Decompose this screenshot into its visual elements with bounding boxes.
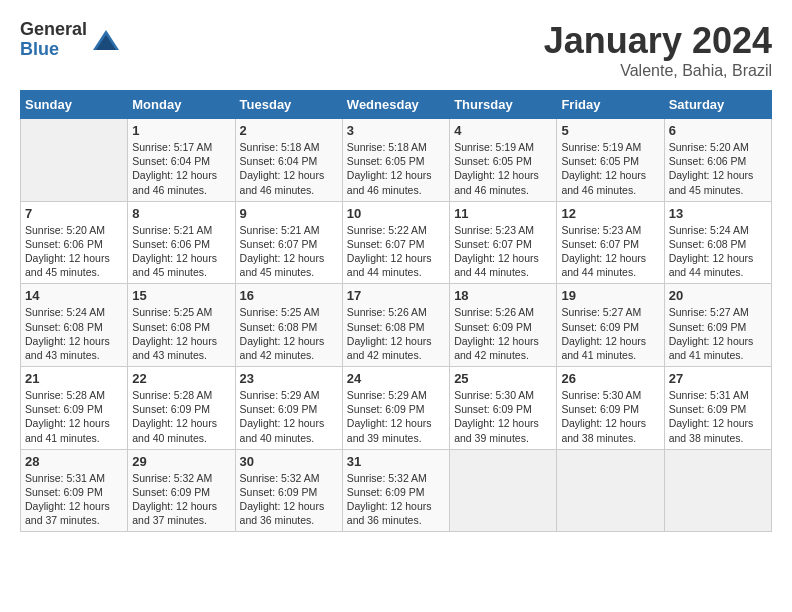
day-number: 21 — [25, 371, 123, 386]
day-info: Sunrise: 5:23 AMSunset: 6:07 PMDaylight:… — [561, 223, 659, 280]
logo-general: General — [20, 20, 87, 40]
day-info: Sunrise: 5:29 AMSunset: 6:09 PMDaylight:… — [240, 388, 338, 445]
day-info: Sunrise: 5:27 AMSunset: 6:09 PMDaylight:… — [669, 305, 767, 362]
calendar-week-row: 7Sunrise: 5:20 AMSunset: 6:06 PMDaylight… — [21, 201, 772, 284]
calendar-cell: 22Sunrise: 5:28 AMSunset: 6:09 PMDayligh… — [128, 367, 235, 450]
day-number: 12 — [561, 206, 659, 221]
day-number: 3 — [347, 123, 445, 138]
calendar-cell: 18Sunrise: 5:26 AMSunset: 6:09 PMDayligh… — [450, 284, 557, 367]
header-day: Tuesday — [235, 91, 342, 119]
day-info: Sunrise: 5:18 AMSunset: 6:05 PMDaylight:… — [347, 140, 445, 197]
calendar-week-row: 28Sunrise: 5:31 AMSunset: 6:09 PMDayligh… — [21, 449, 772, 532]
day-info: Sunrise: 5:30 AMSunset: 6:09 PMDaylight:… — [454, 388, 552, 445]
day-info: Sunrise: 5:31 AMSunset: 6:09 PMDaylight:… — [25, 471, 123, 528]
calendar-cell: 17Sunrise: 5:26 AMSunset: 6:08 PMDayligh… — [342, 284, 449, 367]
day-number: 17 — [347, 288, 445, 303]
day-number: 2 — [240, 123, 338, 138]
day-info: Sunrise: 5:21 AMSunset: 6:07 PMDaylight:… — [240, 223, 338, 280]
header-day: Thursday — [450, 91, 557, 119]
day-info: Sunrise: 5:26 AMSunset: 6:08 PMDaylight:… — [347, 305, 445, 362]
calendar-cell: 16Sunrise: 5:25 AMSunset: 6:08 PMDayligh… — [235, 284, 342, 367]
day-number: 22 — [132, 371, 230, 386]
day-info: Sunrise: 5:28 AMSunset: 6:09 PMDaylight:… — [132, 388, 230, 445]
calendar-table: SundayMondayTuesdayWednesdayThursdayFrid… — [20, 90, 772, 532]
calendar-cell: 19Sunrise: 5:27 AMSunset: 6:09 PMDayligh… — [557, 284, 664, 367]
day-number: 4 — [454, 123, 552, 138]
calendar-cell: 6Sunrise: 5:20 AMSunset: 6:06 PMDaylight… — [664, 119, 771, 202]
day-number: 30 — [240, 454, 338, 469]
day-number: 11 — [454, 206, 552, 221]
day-number: 18 — [454, 288, 552, 303]
calendar-cell: 13Sunrise: 5:24 AMSunset: 6:08 PMDayligh… — [664, 201, 771, 284]
calendar-cell: 27Sunrise: 5:31 AMSunset: 6:09 PMDayligh… — [664, 367, 771, 450]
calendar-cell: 14Sunrise: 5:24 AMSunset: 6:08 PMDayligh… — [21, 284, 128, 367]
title-section: January 2024 Valente, Bahia, Brazil — [544, 20, 772, 80]
calendar-cell: 11Sunrise: 5:23 AMSunset: 6:07 PMDayligh… — [450, 201, 557, 284]
day-number: 13 — [669, 206, 767, 221]
calendar-cell — [21, 119, 128, 202]
calendar-week-row: 1Sunrise: 5:17 AMSunset: 6:04 PMDaylight… — [21, 119, 772, 202]
day-info: Sunrise: 5:18 AMSunset: 6:04 PMDaylight:… — [240, 140, 338, 197]
page-header: General Blue January 2024 Valente, Bahia… — [20, 20, 772, 80]
calendar-cell: 1Sunrise: 5:17 AMSunset: 6:04 PMDaylight… — [128, 119, 235, 202]
day-number: 5 — [561, 123, 659, 138]
calendar-cell: 9Sunrise: 5:21 AMSunset: 6:07 PMDaylight… — [235, 201, 342, 284]
calendar-cell: 30Sunrise: 5:32 AMSunset: 6:09 PMDayligh… — [235, 449, 342, 532]
day-number: 26 — [561, 371, 659, 386]
day-info: Sunrise: 5:27 AMSunset: 6:09 PMDaylight:… — [561, 305, 659, 362]
day-info: Sunrise: 5:20 AMSunset: 6:06 PMDaylight:… — [25, 223, 123, 280]
calendar-cell: 7Sunrise: 5:20 AMSunset: 6:06 PMDaylight… — [21, 201, 128, 284]
logo-icon — [91, 25, 121, 55]
calendar-cell: 2Sunrise: 5:18 AMSunset: 6:04 PMDaylight… — [235, 119, 342, 202]
day-number: 6 — [669, 123, 767, 138]
day-info: Sunrise: 5:19 AMSunset: 6:05 PMDaylight:… — [454, 140, 552, 197]
location: Valente, Bahia, Brazil — [544, 62, 772, 80]
month-title: January 2024 — [544, 20, 772, 62]
calendar-body: 1Sunrise: 5:17 AMSunset: 6:04 PMDaylight… — [21, 119, 772, 532]
day-number: 23 — [240, 371, 338, 386]
calendar-cell: 12Sunrise: 5:23 AMSunset: 6:07 PMDayligh… — [557, 201, 664, 284]
day-info: Sunrise: 5:19 AMSunset: 6:05 PMDaylight:… — [561, 140, 659, 197]
day-info: Sunrise: 5:24 AMSunset: 6:08 PMDaylight:… — [669, 223, 767, 280]
header-row: SundayMondayTuesdayWednesdayThursdayFrid… — [21, 91, 772, 119]
calendar-cell: 10Sunrise: 5:22 AMSunset: 6:07 PMDayligh… — [342, 201, 449, 284]
day-info: Sunrise: 5:25 AMSunset: 6:08 PMDaylight:… — [132, 305, 230, 362]
calendar-cell: 15Sunrise: 5:25 AMSunset: 6:08 PMDayligh… — [128, 284, 235, 367]
day-number: 10 — [347, 206, 445, 221]
day-info: Sunrise: 5:20 AMSunset: 6:06 PMDaylight:… — [669, 140, 767, 197]
header-day: Monday — [128, 91, 235, 119]
day-info: Sunrise: 5:28 AMSunset: 6:09 PMDaylight:… — [25, 388, 123, 445]
day-info: Sunrise: 5:22 AMSunset: 6:07 PMDaylight:… — [347, 223, 445, 280]
day-number: 9 — [240, 206, 338, 221]
calendar-cell: 20Sunrise: 5:27 AMSunset: 6:09 PMDayligh… — [664, 284, 771, 367]
calendar-cell: 29Sunrise: 5:32 AMSunset: 6:09 PMDayligh… — [128, 449, 235, 532]
calendar-cell: 5Sunrise: 5:19 AMSunset: 6:05 PMDaylight… — [557, 119, 664, 202]
calendar-week-row: 21Sunrise: 5:28 AMSunset: 6:09 PMDayligh… — [21, 367, 772, 450]
day-info: Sunrise: 5:17 AMSunset: 6:04 PMDaylight:… — [132, 140, 230, 197]
calendar-cell — [450, 449, 557, 532]
calendar-cell: 21Sunrise: 5:28 AMSunset: 6:09 PMDayligh… — [21, 367, 128, 450]
day-number: 28 — [25, 454, 123, 469]
day-number: 20 — [669, 288, 767, 303]
logo: General Blue — [20, 20, 121, 60]
header-day: Friday — [557, 91, 664, 119]
day-info: Sunrise: 5:21 AMSunset: 6:06 PMDaylight:… — [132, 223, 230, 280]
day-info: Sunrise: 5:32 AMSunset: 6:09 PMDaylight:… — [240, 471, 338, 528]
day-number: 1 — [132, 123, 230, 138]
day-number: 16 — [240, 288, 338, 303]
calendar-week-row: 14Sunrise: 5:24 AMSunset: 6:08 PMDayligh… — [21, 284, 772, 367]
day-number: 27 — [669, 371, 767, 386]
calendar-cell: 3Sunrise: 5:18 AMSunset: 6:05 PMDaylight… — [342, 119, 449, 202]
header-day: Saturday — [664, 91, 771, 119]
day-number: 14 — [25, 288, 123, 303]
day-number: 8 — [132, 206, 230, 221]
calendar-cell — [557, 449, 664, 532]
day-info: Sunrise: 5:32 AMSunset: 6:09 PMDaylight:… — [347, 471, 445, 528]
logo-blue: Blue — [20, 40, 87, 60]
day-number: 31 — [347, 454, 445, 469]
header-day: Wednesday — [342, 91, 449, 119]
day-number: 25 — [454, 371, 552, 386]
day-number: 29 — [132, 454, 230, 469]
day-number: 24 — [347, 371, 445, 386]
calendar-cell: 23Sunrise: 5:29 AMSunset: 6:09 PMDayligh… — [235, 367, 342, 450]
